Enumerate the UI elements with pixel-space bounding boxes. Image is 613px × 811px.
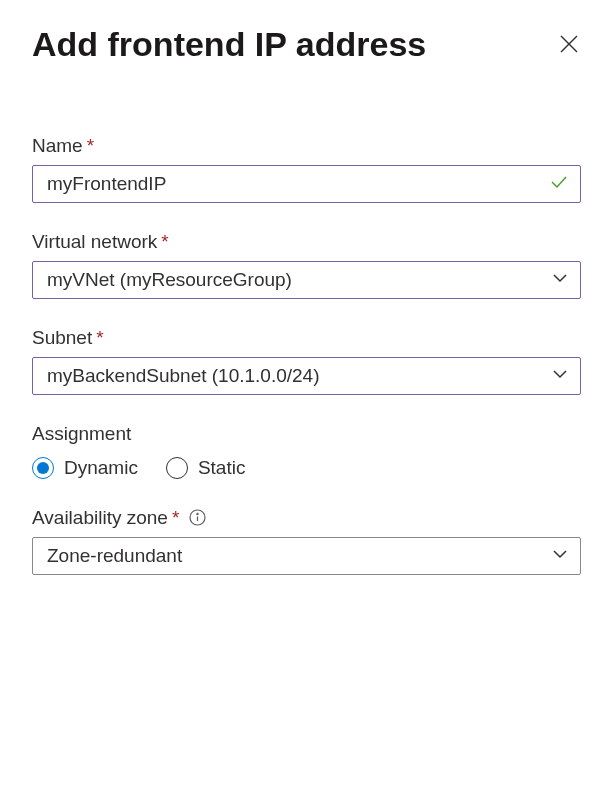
required-indicator: * [172, 507, 179, 529]
availability-zone-field-group: Availability zone * Zone-redundant [32, 507, 581, 575]
svg-point-4 [197, 514, 198, 515]
assignment-field-group: Assignment Dynamic Static [32, 423, 581, 479]
radio-dynamic[interactable]: Dynamic [32, 457, 138, 479]
assignment-radio-group: Dynamic Static [32, 457, 581, 479]
subnet-select-wrapper: myBackendSubnet (10.1.0.0/24) [32, 357, 581, 395]
name-field-group: Name * [32, 135, 581, 203]
name-label: Name * [32, 135, 581, 157]
vnet-select[interactable]: myVNet (myResourceGroup) [32, 261, 581, 299]
close-icon[interactable] [557, 32, 581, 56]
vnet-select-wrapper: myVNet (myResourceGroup) [32, 261, 581, 299]
assignment-label: Assignment [32, 423, 581, 445]
panel-title: Add frontend IP address [32, 24, 426, 65]
subnet-label-text: Subnet [32, 327, 92, 349]
assignment-label-text: Assignment [32, 423, 131, 445]
radio-circle-icon [166, 457, 188, 479]
radio-selected-dot [37, 462, 49, 474]
name-input-wrapper [32, 165, 581, 203]
info-icon[interactable] [189, 509, 206, 526]
name-label-text: Name [32, 135, 83, 157]
vnet-field-group: Virtual network * myVNet (myResourceGrou… [32, 231, 581, 299]
availability-zone-label: Availability zone * [32, 507, 581, 529]
name-input[interactable] [32, 165, 581, 203]
subnet-select[interactable]: myBackendSubnet (10.1.0.0/24) [32, 357, 581, 395]
panel-header: Add frontend IP address [32, 24, 581, 65]
radio-static-label: Static [198, 457, 246, 479]
required-indicator: * [161, 231, 168, 253]
subnet-label: Subnet * [32, 327, 581, 349]
subnet-field-group: Subnet * myBackendSubnet (10.1.0.0/24) [32, 327, 581, 395]
vnet-label-text: Virtual network [32, 231, 157, 253]
availability-zone-label-text: Availability zone [32, 507, 168, 529]
required-indicator: * [96, 327, 103, 349]
radio-static[interactable]: Static [166, 457, 246, 479]
vnet-label: Virtual network * [32, 231, 581, 253]
required-indicator: * [87, 135, 94, 157]
availability-zone-selected-value: Zone-redundant [47, 545, 182, 567]
radio-circle-icon [32, 457, 54, 479]
subnet-selected-value: myBackendSubnet (10.1.0.0/24) [47, 365, 320, 387]
radio-dynamic-label: Dynamic [64, 457, 138, 479]
vnet-selected-value: myVNet (myResourceGroup) [47, 269, 292, 291]
availability-zone-select[interactable]: Zone-redundant [32, 537, 581, 575]
availability-zone-select-wrapper: Zone-redundant [32, 537, 581, 575]
